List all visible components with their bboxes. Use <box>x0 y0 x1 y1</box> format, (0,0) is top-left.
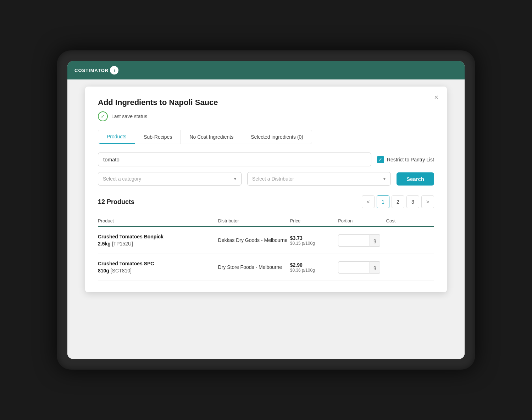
search-input-wrap <box>98 153 371 166</box>
category-select-wrap: ▼ Select a category <box>98 172 242 186</box>
table-row: Crushed Tomatoes Bonpick2.5kg [TP152U] D… <box>98 227 434 254</box>
pagination: < 1 2 3 > <box>362 195 434 208</box>
modal-title: Add Ingredients to Napoli Sauce <box>98 98 434 107</box>
modal-container: × Add Ingredients to Napoli Sauce ✓ Last… <box>67 79 465 359</box>
tab-sub-recipes[interactable]: Sub-Recipes <box>135 130 181 144</box>
save-status-text: Last save status <box>111 114 147 119</box>
tablet-frame: COSTIMATOR i × Add Ingredients to Napoli… <box>57 50 475 370</box>
distributor-2: Dry Store Foods - Melbourne <box>218 264 290 271</box>
product-name-1: Crushed Tomatoes Bonpick2.5kg [TP152U] <box>98 233 218 247</box>
col-price: Price <box>290 218 338 223</box>
product-name-2: Crushed Tomatoes SPC810g [SCT810] <box>98 260 218 274</box>
results-header: 12 Products < 1 2 3 > <box>98 195 434 208</box>
close-button[interactable]: × <box>433 92 440 102</box>
results-count: 12 Products <box>98 198 134 206</box>
distributor-1: Dekkas Dry Goods - Melbourne <box>218 237 290 244</box>
distributor-select[interactable] <box>247 172 391 186</box>
pagination-page-1[interactable]: 1 <box>377 195 389 208</box>
col-distributor: Distributor <box>218 218 290 223</box>
filter-row: ▼ Select a category ▼ Select a Distribut… <box>98 172 434 186</box>
portion-unit-2: g <box>370 261 380 273</box>
col-cost: Cost <box>386 218 434 223</box>
portion-input-2[interactable] <box>338 261 370 273</box>
pagination-prev[interactable]: < <box>362 195 375 208</box>
pagination-next[interactable]: > <box>421 195 434 208</box>
save-status-icon: ✓ <box>98 111 108 121</box>
search-input[interactable] <box>98 153 371 166</box>
portion-2: g <box>338 261 386 273</box>
tab-no-cost[interactable]: No Cost Ingredients <box>181 130 242 144</box>
logo-text: COSTIMATOR <box>74 68 109 73</box>
table-row: Crushed Tomatoes SPC810g [SCT810] Dry St… <box>98 254 434 281</box>
app-header: COSTIMATOR i <box>67 61 465 79</box>
search-row: ✓ Restrict to Pantry List <box>98 153 434 166</box>
portion-input-1[interactable] <box>338 234 370 247</box>
table-header: Product Distributor Price Portion Cost <box>98 215 434 227</box>
distributor-select-wrap: ▼ Select a Distributor <box>247 172 391 186</box>
restrict-checkbox-icon: ✓ <box>377 156 384 163</box>
portion-1: g <box>338 234 386 247</box>
logo-icon: i <box>110 66 118 74</box>
col-product: Product <box>98 218 218 223</box>
price-1: $3.73 $0.15 p/100g <box>290 235 338 246</box>
tabs-container: Products Sub-Recipes No Cost Ingredients… <box>98 130 312 144</box>
tab-selected[interactable]: Selected ingredients (0) <box>242 130 312 144</box>
pagination-page-3[interactable]: 3 <box>406 195 419 208</box>
restrict-text: Restrict to Pantry List <box>387 157 434 162</box>
search-button[interactable]: Search <box>397 172 434 186</box>
pagination-page-2[interactable]: 2 <box>392 195 404 208</box>
price-2: $2.90 $0.36 p/100g <box>290 262 338 273</box>
portion-unit-1: g <box>370 234 380 247</box>
restrict-label[interactable]: ✓ Restrict to Pantry List <box>377 156 434 163</box>
tablet-screen: COSTIMATOR i × Add Ingredients to Napoli… <box>67 61 465 359</box>
save-status: ✓ Last save status <box>98 111 434 121</box>
app-logo: COSTIMATOR i <box>74 66 118 74</box>
modal: × Add Ingredients to Napoli Sauce ✓ Last… <box>85 87 447 292</box>
tab-products[interactable]: Products <box>98 130 135 144</box>
col-portion: Portion <box>338 218 386 223</box>
category-select[interactable] <box>98 172 242 186</box>
